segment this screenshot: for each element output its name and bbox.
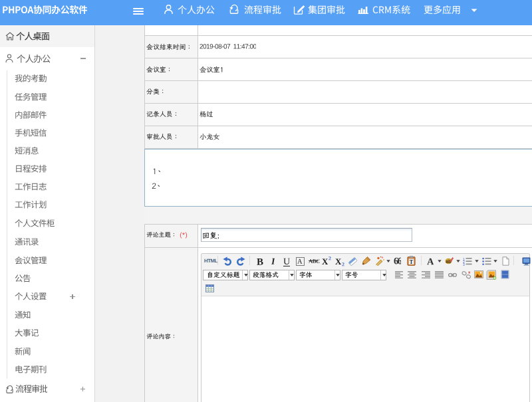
svg-text:3: 3 — [463, 263, 465, 266]
svg-text:T: T — [410, 259, 414, 265]
